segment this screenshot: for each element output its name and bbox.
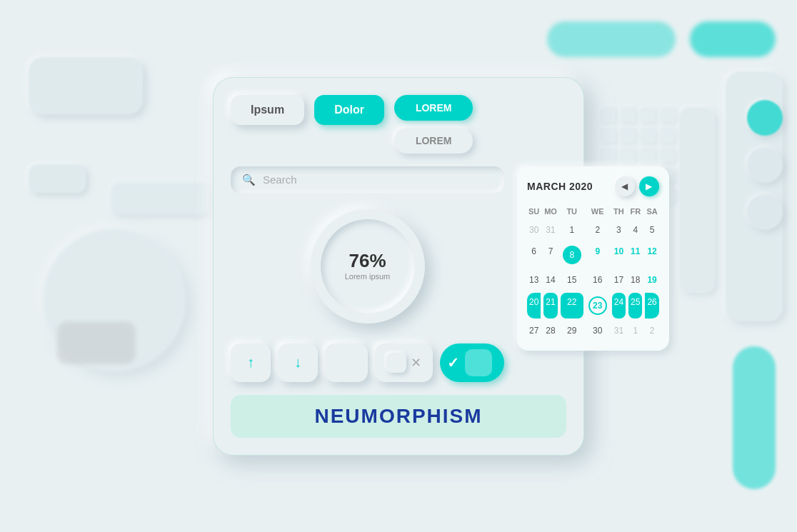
left-column: 🔍 Search 76% Lorem ipsum	[231, 166, 504, 382]
down-arrow-button[interactable]: ↓	[278, 343, 318, 382]
progress-area: 76% Lorem ipsum	[231, 209, 504, 323]
bottom-actions: ↑ ↓ ✕ ✓	[231, 343, 504, 382]
bg-decor-right-top1	[690, 21, 776, 57]
cal-day[interactable]: 3	[612, 221, 626, 240]
cal-day[interactable]: 14	[543, 271, 557, 290]
bg-decor-right-circles	[747, 100, 783, 230]
progress-circle-container: 76% Lorem ipsum	[311, 209, 425, 323]
cal-day[interactable]: 1	[628, 321, 642, 341]
search-bar[interactable]: 🔍 Search	[231, 166, 504, 194]
title-banner: NEUMORPHISM	[231, 395, 566, 438]
cal-header-su: SU	[527, 205, 541, 218]
calendar-prev-button[interactable]: ◀	[615, 176, 635, 196]
content-row: 🔍 Search 76% Lorem ipsum	[231, 166, 566, 382]
cal-day[interactable]: 25	[628, 293, 642, 318]
down-arrow-icon: ↓	[294, 354, 301, 371]
cal-day[interactable]: 27	[527, 321, 541, 341]
calendar-header: MARCH 2020 ◀ ▶	[527, 176, 659, 196]
cal-day[interactable]: 10	[612, 242, 626, 268]
cal-day[interactable]: 31	[543, 221, 557, 240]
cal-header-mo: MO	[543, 205, 557, 218]
cal-day[interactable]: 5	[645, 221, 658, 240]
dolor-button[interactable]: Dolor	[314, 95, 384, 125]
bg-decor-search-blur	[111, 182, 211, 214]
up-arrow-icon: ↑	[247, 354, 254, 371]
bg-decor-percent-blur	[57, 321, 136, 364]
cal-day[interactable]: 4	[628, 221, 642, 240]
calendar-next-button[interactable]: ▶	[639, 176, 659, 196]
search-icon: 🔍	[242, 174, 256, 186]
close-left-sq	[386, 353, 406, 373]
cal-day[interactable]: 20	[527, 293, 541, 318]
cal-day[interactable]: 21	[543, 293, 557, 318]
cal-day[interactable]: 28	[543, 321, 557, 341]
cal-day[interactable]: 16	[586, 271, 609, 290]
bg-decor-right-top2	[547, 21, 676, 57]
toggle-button[interactable]: ✓	[440, 343, 504, 382]
circle-inner: 76% Lorem ipsum	[321, 219, 415, 313]
title-text: NEUMORPHISM	[314, 405, 482, 427]
square-button[interactable]	[325, 343, 368, 382]
cal-day[interactable]: 22	[561, 293, 583, 318]
main-card: Ipsum Dolor LOREM LOREM 🔍 Search	[213, 77, 584, 456]
calendar-nav: ◀ ▶	[615, 176, 659, 196]
bg-decor-left-mid	[29, 164, 86, 193]
bg-decor-bottom-teal	[733, 346, 776, 489]
check-icon: ✓	[447, 354, 459, 371]
cal-day[interactable]: 13	[527, 271, 541, 290]
cal-day[interactable]: 2	[645, 321, 658, 341]
bg-right-circle-3	[747, 194, 783, 230]
cal-day[interactable]: 29	[561, 321, 583, 341]
toggle-knob	[465, 349, 492, 376]
cal-day[interactable]: 26	[645, 293, 658, 318]
cal-day[interactable]: 2	[586, 221, 609, 240]
bg-decor-right-panel2	[679, 107, 715, 293]
cal-day[interactable]: 31	[612, 321, 626, 341]
right-column: MARCH 2020 ◀ ▶ SU MO TU WE	[517, 166, 669, 382]
cal-day[interactable]: 23	[586, 293, 609, 318]
search-placeholder: Search	[263, 174, 297, 186]
progress-label: Lorem ipsum	[345, 272, 391, 281]
cal-day[interactable]: 15	[561, 271, 583, 290]
lorem-teal-button[interactable]: LOREM	[394, 95, 473, 121]
calendar-grid: SU MO TU WE TH FR SA 30 31 1 2 3 4 5	[527, 205, 659, 341]
bg-right-circle-1	[747, 100, 783, 136]
up-arrow-button[interactable]: ↑	[231, 343, 271, 382]
cal-header-tu: TU	[561, 205, 583, 218]
cal-day[interactable]: 11	[628, 242, 642, 268]
calendar: MARCH 2020 ◀ ▶ SU MO TU WE	[517, 166, 669, 351]
progress-percent: 76%	[349, 251, 386, 270]
cal-day[interactable]: 9	[586, 242, 609, 268]
calendar-title: MARCH 2020	[527, 181, 593, 192]
cal-day[interactable]: 6	[527, 242, 541, 268]
lorem-buttons: LOREM LOREM	[394, 95, 473, 154]
cal-header-sa: SA	[645, 205, 658, 218]
bg-right-circle-2	[747, 147, 783, 183]
cal-day[interactable]: 7	[543, 242, 557, 268]
prev-icon: ◀	[621, 181, 628, 191]
lorem-outline-button[interactable]: LOREM	[394, 128, 473, 154]
cal-day[interactable]: 8	[561, 242, 583, 268]
cal-day[interactable]: 18	[628, 271, 642, 290]
cal-day[interactable]: 19	[645, 271, 658, 290]
cal-day[interactable]: 1	[561, 221, 583, 240]
cal-day[interactable]: 12	[645, 242, 658, 268]
cal-header-fr: FR	[628, 205, 642, 218]
top-buttons: Ipsum Dolor	[231, 95, 384, 125]
close-button[interactable]: ✕	[375, 343, 433, 382]
cal-header-th: TH	[612, 205, 626, 218]
cal-day[interactable]: 24	[612, 293, 626, 318]
cal-day[interactable]: 30	[527, 221, 541, 240]
next-icon: ▶	[646, 181, 652, 191]
cal-header-we: WE	[586, 205, 609, 218]
bg-decor-left-top	[29, 57, 143, 114]
cal-day[interactable]: 17	[612, 271, 626, 290]
close-x-icon: ✕	[411, 355, 421, 371]
cal-day[interactable]: 30	[586, 321, 609, 341]
ipsum-button[interactable]: Ipsum	[231, 95, 304, 125]
